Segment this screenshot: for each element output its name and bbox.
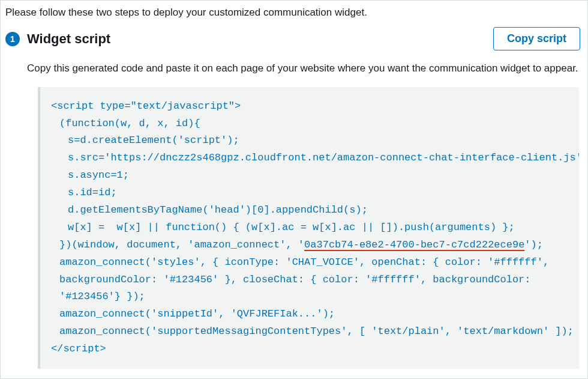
code-block: <script type="text/javascript"> (functio… — [38, 87, 579, 369]
code-line: s.id=id; — [51, 184, 571, 202]
code-line: })(window, document, 'amazon_connect', '… — [51, 237, 571, 254]
code-line: </script> — [51, 341, 571, 358]
copy-script-button[interactable]: Copy script — [493, 27, 580, 50]
code-line: d.getElementsByTagName('head')[0].append… — [51, 202, 571, 219]
code-line: s.src='https://dnczz2s468gpz.cloudfront.… — [51, 150, 571, 167]
step-number-badge: 1 — [5, 32, 20, 46]
code-text: '); — [524, 239, 543, 250]
header-left: 1 Widget script — [5, 31, 110, 47]
section-description: Copy this generated code and paste it on… — [1, 56, 587, 87]
code-line: amazon_connect('styles', { iconType: 'CH… — [51, 254, 571, 306]
code-line: amazon_connect('supportedMessagingConten… — [51, 323, 571, 341]
code-line: amazon_connect('snippetId', 'QVFJREFIak.… — [51, 306, 571, 323]
code-text: })(window, document, 'amazon_connect', ' — [59, 239, 304, 250]
code-line: w[x] = w[x] || function() { (w[x].ac = w… — [51, 219, 571, 237]
code-line: <script type="text/javascript"> — [51, 98, 571, 115]
code-line: s.async=1; — [51, 167, 571, 184]
highlighted-uuid: 0a37cb74-e8e2-4700-bec7-c7cd222ece9e — [304, 239, 524, 250]
code-line: s=d.createElement('script'); — [51, 132, 571, 150]
code-line: (function(w, d, x, id){ — [51, 115, 571, 133]
section-title: Widget script — [27, 31, 110, 47]
section-header: 1 Widget script Copy script — [1, 21, 587, 56]
intro-text: Please follow these two steps to deploy … — [1, 1, 587, 21]
